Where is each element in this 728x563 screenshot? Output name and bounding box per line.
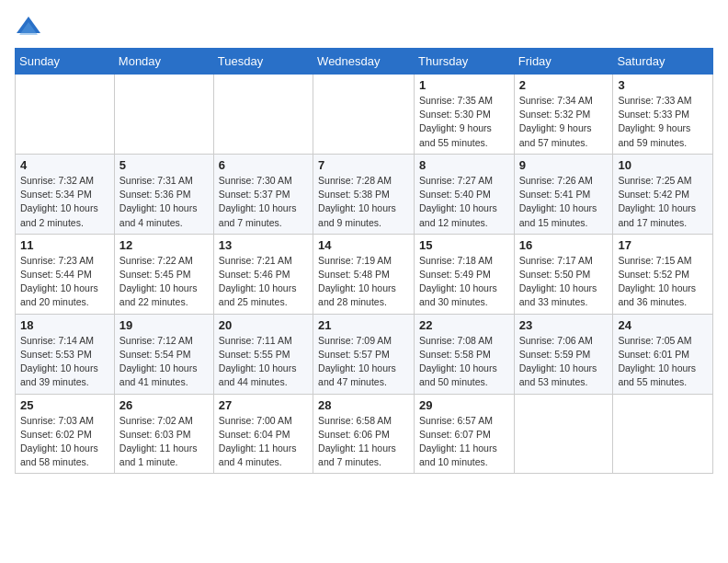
day-info: Sunrise: 7:23 AMSunset: 5:44 PMDaylight:… — [20, 254, 109, 310]
day-number: 13 — [219, 238, 308, 252]
calendar-cell: 28Sunrise: 6:58 AMSunset: 6:06 PMDayligh… — [313, 394, 415, 474]
day-number: 6 — [219, 158, 308, 172]
calendar-cell: 7Sunrise: 7:28 AMSunset: 5:38 PMDaylight… — [313, 154, 415, 234]
day-number: 10 — [618, 158, 708, 172]
day-info: Sunrise: 7:25 AMSunset: 5:42 PMDaylight:… — [618, 174, 708, 230]
day-info: Sunrise: 7:09 AMSunset: 5:57 PMDaylight:… — [318, 334, 409, 390]
weekday-header-saturday: Saturday — [613, 49, 713, 75]
page-header — [15, 15, 713, 37]
day-number: 14 — [318, 238, 409, 252]
calendar-cell: 1Sunrise: 7:35 AMSunset: 5:30 PMDaylight… — [415, 75, 515, 155]
day-number: 7 — [318, 158, 409, 172]
calendar-cell: 11Sunrise: 7:23 AMSunset: 5:44 PMDayligh… — [16, 234, 115, 314]
day-number: 2 — [519, 78, 609, 92]
calendar-cell: 19Sunrise: 7:12 AMSunset: 5:54 PMDayligh… — [114, 314, 213, 394]
calendar-cell: 25Sunrise: 7:03 AMSunset: 6:02 PMDayligh… — [16, 394, 115, 474]
day-info: Sunrise: 7:11 AMSunset: 5:55 PMDaylight:… — [219, 334, 308, 390]
calendar-cell: 8Sunrise: 7:27 AMSunset: 5:40 PMDaylight… — [415, 154, 515, 234]
calendar-week-4: 18Sunrise: 7:14 AMSunset: 5:53 PMDayligh… — [16, 314, 713, 394]
calendar-cell: 26Sunrise: 7:02 AMSunset: 6:03 PMDayligh… — [114, 394, 213, 474]
calendar-cell: 10Sunrise: 7:25 AMSunset: 5:42 PMDayligh… — [613, 154, 713, 234]
calendar-cell — [16, 75, 115, 155]
calendar-cell: 17Sunrise: 7:15 AMSunset: 5:52 PMDayligh… — [613, 234, 713, 314]
day-info: Sunrise: 7:12 AMSunset: 5:54 PMDaylight:… — [119, 334, 209, 390]
day-number: 5 — [119, 158, 209, 172]
day-info: Sunrise: 7:15 AMSunset: 5:52 PMDaylight:… — [618, 254, 708, 310]
day-number: 21 — [318, 318, 409, 332]
calendar-cell: 15Sunrise: 7:18 AMSunset: 5:49 PMDayligh… — [415, 234, 515, 314]
day-info: Sunrise: 7:32 AMSunset: 5:34 PMDaylight:… — [20, 174, 109, 230]
day-number: 22 — [419, 318, 509, 332]
calendar-cell: 27Sunrise: 7:00 AMSunset: 6:04 PMDayligh… — [213, 394, 313, 474]
day-number: 15 — [419, 238, 509, 252]
day-info: Sunrise: 7:18 AMSunset: 5:49 PMDaylight:… — [419, 254, 509, 310]
day-number: 8 — [419, 158, 509, 172]
day-info: Sunrise: 7:31 AMSunset: 5:36 PMDaylight:… — [119, 174, 209, 230]
day-number: 4 — [20, 158, 109, 172]
day-number: 28 — [318, 398, 409, 412]
day-info: Sunrise: 7:34 AMSunset: 5:32 PMDaylight:… — [519, 94, 609, 150]
calendar-cell: 4Sunrise: 7:32 AMSunset: 5:34 PMDaylight… — [16, 154, 115, 234]
calendar-week-3: 11Sunrise: 7:23 AMSunset: 5:44 PMDayligh… — [16, 234, 713, 314]
calendar-week-5: 25Sunrise: 7:03 AMSunset: 6:02 PMDayligh… — [16, 394, 713, 474]
day-info: Sunrise: 7:33 AMSunset: 5:33 PMDaylight:… — [618, 94, 708, 150]
day-info: Sunrise: 7:28 AMSunset: 5:38 PMDaylight:… — [318, 174, 409, 230]
calendar-cell: 23Sunrise: 7:06 AMSunset: 5:59 PMDayligh… — [514, 314, 613, 394]
calendar-cell — [613, 394, 713, 474]
day-number: 27 — [219, 398, 308, 412]
day-info: Sunrise: 7:17 AMSunset: 5:50 PMDaylight:… — [519, 254, 609, 310]
weekday-header-thursday: Thursday — [415, 49, 515, 75]
calendar-week-1: 1Sunrise: 7:35 AMSunset: 5:30 PMDaylight… — [16, 75, 713, 155]
weekday-header-row: SundayMondayTuesdayWednesdayThursdayFrid… — [16, 49, 713, 75]
calendar-cell: 24Sunrise: 7:05 AMSunset: 6:01 PMDayligh… — [613, 314, 713, 394]
day-number: 17 — [618, 238, 708, 252]
day-number: 12 — [119, 238, 209, 252]
day-number: 25 — [20, 398, 109, 412]
day-number: 11 — [20, 238, 109, 252]
calendar-cell: 18Sunrise: 7:14 AMSunset: 5:53 PMDayligh… — [16, 314, 115, 394]
day-info: Sunrise: 7:03 AMSunset: 6:02 PMDaylight:… — [20, 414, 109, 470]
weekday-header-wednesday: Wednesday — [313, 49, 415, 75]
calendar-cell: 12Sunrise: 7:22 AMSunset: 5:45 PMDayligh… — [114, 234, 213, 314]
day-number: 26 — [119, 398, 209, 412]
weekday-header-friday: Friday — [514, 49, 613, 75]
day-info: Sunrise: 7:21 AMSunset: 5:46 PMDaylight:… — [219, 254, 308, 310]
calendar-cell — [114, 75, 213, 155]
day-number: 16 — [519, 238, 609, 252]
weekday-header-tuesday: Tuesday — [213, 49, 313, 75]
day-info: Sunrise: 7:26 AMSunset: 5:41 PMDaylight:… — [519, 174, 609, 230]
day-number: 18 — [20, 318, 109, 332]
day-number: 23 — [519, 318, 609, 332]
day-info: Sunrise: 7:35 AMSunset: 5:30 PMDaylight:… — [419, 94, 509, 150]
day-info: Sunrise: 7:14 AMSunset: 5:53 PMDaylight:… — [20, 334, 109, 390]
calendar-cell: 9Sunrise: 7:26 AMSunset: 5:41 PMDaylight… — [514, 154, 613, 234]
logo — [15, 15, 40, 37]
day-number: 19 — [119, 318, 209, 332]
day-info: Sunrise: 6:57 AMSunset: 6:07 PMDaylight:… — [419, 414, 509, 470]
calendar: SundayMondayTuesdayWednesdayThursdayFrid… — [15, 48, 713, 474]
calendar-cell — [213, 75, 313, 155]
day-info: Sunrise: 7:27 AMSunset: 5:40 PMDaylight:… — [419, 174, 509, 230]
calendar-cell: 2Sunrise: 7:34 AMSunset: 5:32 PMDaylight… — [514, 75, 613, 155]
day-info: Sunrise: 6:58 AMSunset: 6:06 PMDaylight:… — [318, 414, 409, 470]
weekday-header-sunday: Sunday — [16, 49, 115, 75]
day-number: 9 — [519, 158, 609, 172]
calendar-cell: 21Sunrise: 7:09 AMSunset: 5:57 PMDayligh… — [313, 314, 415, 394]
day-info: Sunrise: 7:02 AMSunset: 6:03 PMDaylight:… — [119, 414, 209, 470]
weekday-header-monday: Monday — [114, 49, 213, 75]
calendar-cell: 6Sunrise: 7:30 AMSunset: 5:37 PMDaylight… — [213, 154, 313, 234]
logo-icon — [15, 15, 37, 37]
calendar-cell — [313, 75, 415, 155]
calendar-week-2: 4Sunrise: 7:32 AMSunset: 5:34 PMDaylight… — [16, 154, 713, 234]
calendar-cell — [514, 394, 613, 474]
calendar-cell: 3Sunrise: 7:33 AMSunset: 5:33 PMDaylight… — [613, 75, 713, 155]
day-info: Sunrise: 7:05 AMSunset: 6:01 PMDaylight:… — [618, 334, 708, 390]
day-number: 20 — [219, 318, 308, 332]
calendar-cell: 16Sunrise: 7:17 AMSunset: 5:50 PMDayligh… — [514, 234, 613, 314]
calendar-cell: 13Sunrise: 7:21 AMSunset: 5:46 PMDayligh… — [213, 234, 313, 314]
day-info: Sunrise: 7:06 AMSunset: 5:59 PMDaylight:… — [519, 334, 609, 390]
calendar-cell: 5Sunrise: 7:31 AMSunset: 5:36 PMDaylight… — [114, 154, 213, 234]
day-info: Sunrise: 7:19 AMSunset: 5:48 PMDaylight:… — [318, 254, 409, 310]
day-info: Sunrise: 7:00 AMSunset: 6:04 PMDaylight:… — [219, 414, 308, 470]
calendar-cell: 14Sunrise: 7:19 AMSunset: 5:48 PMDayligh… — [313, 234, 415, 314]
